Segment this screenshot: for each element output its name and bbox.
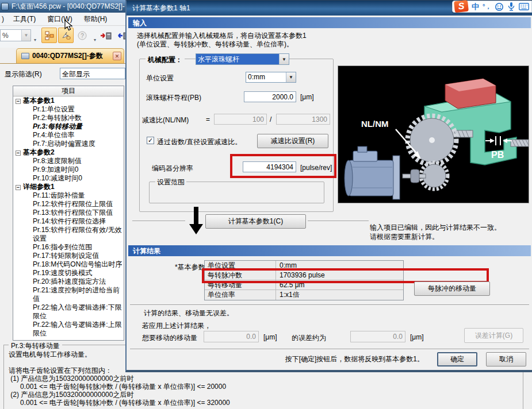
collapse-icon[interactable]: − <box>16 99 21 104</box>
parameter-doc-icon <box>21 53 29 59</box>
machine-config-combo[interactable]: 水平滚珠螺杆 ▼ <box>196 53 289 65</box>
cancel-button[interactable]: 取消 <box>486 352 526 366</box>
svg-text:PB: PB <box>491 150 504 160</box>
edited-warning-line2: 请根据需要重新计算。 <box>370 232 439 242</box>
tree-item-row[interactable]: Pr.20:插补速度指定方法 <box>13 277 124 286</box>
setting-range-legend: 设置范围 <box>155 178 186 187</box>
tree-item-row[interactable]: Pr.7:启动时偏置速度 <box>13 140 124 148</box>
ratio-setting-button[interactable]: 减速比设置(R) <box>257 134 328 148</box>
parameter-tree: −基本参数1Pr.1:单位设置Pr.2:每转脉冲数Pr.3:每转移动量Pr.4:… <box>13 97 124 338</box>
ime-mode-chinese[interactable]: 中 <box>472 2 479 12</box>
chevron-down-icon[interactable]: ▼ <box>286 72 296 82</box>
tree-item-label: Pr.3:每转移动量 <box>33 122 82 130</box>
collapse-icon[interactable]: − <box>16 185 21 190</box>
microphone-icon[interactable] <box>507 2 515 11</box>
tree-item-label: 基本参数1 <box>23 97 55 105</box>
tree-item-label: Pr.22:输入信号逻辑选择:上限限位 <box>33 321 122 337</box>
tree-item-row[interactable]: Pr.18:M代码ON信号输出时序 <box>13 260 124 269</box>
ime-logo-icon[interactable]: S <box>454 0 469 13</box>
tree-item-label: Pr.16:指令到位范围 <box>33 243 92 251</box>
tree-item-label: Pr.9:加速时间0 <box>33 165 78 173</box>
ratio-equals: = <box>206 115 210 124</box>
machine-config-value: 水平滚珠螺杆 <box>196 54 279 64</box>
tree-item-label: Pr.11:齿隙补偿量 <box>33 191 85 199</box>
tree-item-row[interactable]: Pr.22:输入信号逻辑选择:下限限位 <box>13 303 124 321</box>
description-legend: Pr.3:每转移动量 <box>9 341 62 351</box>
move-amount-input <box>204 331 259 342</box>
tree-group-row[interactable]: −详细参数1 <box>13 183 124 191</box>
chevron-down-icon[interactable]: ▼ <box>279 54 289 64</box>
down-arrow-icon <box>189 206 204 236</box>
tree-item-label: Pr.14:软件行程限位选择 <box>33 217 106 225</box>
module-tree-icon-button[interactable] <box>41 28 57 43</box>
parameter-tree-table: 项目 −基本参数1Pr.1:单位设置Pr.2:每转脉冲数Pr.3:每转移动量Pr… <box>13 86 124 341</box>
result-name: 单位倍率 <box>205 290 276 300</box>
tree-item-row[interactable]: Pr.4:单位倍率 <box>13 131 124 140</box>
filter-combo[interactable]: 全部显示 <box>60 68 125 79</box>
description-line: 0.001 <= 电子齿轮[每转脉冲数 / (每转移动量 x 单位倍率)] <=… <box>9 399 518 407</box>
ime-punctuation-icon[interactable]: °， <box>483 2 491 11</box>
tree-item-row[interactable]: Pr.13:软件行程限位下限值 <box>13 209 124 217</box>
move-amount-unit: [μm] <box>263 333 277 341</box>
tree-item-row[interactable]: Pr.19:速度切换模式 <box>13 269 124 277</box>
lead-input[interactable] <box>244 91 296 102</box>
tree-group-row[interactable]: −基本参数1 <box>13 97 124 105</box>
error-approx-label: 的误差约为 <box>292 333 326 343</box>
tree-item-row[interactable]: Pr.21:速度控制时的进给当前值 <box>13 286 124 303</box>
tree-item-row[interactable]: Pr.17:转矩限制设定值 <box>13 252 124 260</box>
unit-setting-label: 单位设置 <box>146 74 174 83</box>
tree-group-row[interactable]: −基本参数2 <box>13 148 124 157</box>
ok-button[interactable]: 确定 <box>437 352 477 366</box>
tree-item-row[interactable]: Pr.3:每转移动量 <box>13 122 124 131</box>
tree-item-row[interactable]: Pr.15:软件行程限位有效/无效设置 <box>13 226 124 243</box>
unit-setting-value: 0:mm <box>246 72 286 82</box>
description-line: (1) 产品信息为150320000000000之前时 <box>9 375 518 383</box>
tree-item-row[interactable]: Pr.11:齿隙补偿量 <box>13 191 124 200</box>
tree-item-row[interactable]: Pr.10:减速时间0 <box>13 174 124 183</box>
per-pulse-movement-button[interactable]: 每脉冲的移动量 <box>414 281 490 296</box>
gear-ratio-checkbox[interactable]: ✓ <box>147 137 154 144</box>
calculate-basic-params-button[interactable]: 计算基本参数1(C) <box>205 214 306 229</box>
zoom-combo-value: % <box>1 32 21 40</box>
tree-item-label: Pr.12:软件行程限位上限值 <box>33 200 113 208</box>
apply-result-text: 若应用上述计算结果， <box>142 321 211 331</box>
tree-item-label: Pr.10:减速时间0 <box>33 174 82 182</box>
zoom-combo[interactable]: % ▼ <box>0 29 31 41</box>
tree-item-row[interactable]: Pr.1:单位设置 <box>13 105 124 114</box>
svg-text:NL/NM: NL/NM <box>361 119 389 129</box>
tree-item-row[interactable]: Pr.8:速度限制值 <box>13 157 124 165</box>
divider-line-left <box>132 221 185 222</box>
filter-label: 显示筛选(R) <box>5 70 42 79</box>
tree-item-row[interactable]: Pr.22:输入信号逻辑选择:上限限位 <box>13 321 124 338</box>
chevron-down-icon[interactable]: ▼ <box>21 30 30 41</box>
collapse-icon[interactable]: − <box>16 151 21 156</box>
tree-item-label: Pr.8:速度限制值 <box>33 157 82 165</box>
emoji-icon[interactable] <box>495 2 504 11</box>
tree-item-row[interactable]: Pr.14:软件行程限位选择 <box>13 217 124 226</box>
menu-tools[interactable]: 工具(T) <box>7 13 41 26</box>
tree-item-row[interactable]: Pr.16:指令到位范围 <box>13 243 124 252</box>
write-to-module-icon-button[interactable] <box>98 28 113 43</box>
tree-item-row[interactable]: Pr.9:加速时间0 <box>13 165 124 174</box>
document-tab-label: 0040:QD77MS2[]-参数 <box>32 51 110 61</box>
tree-item-label: 基本参数2 <box>23 148 55 156</box>
ime-toolbar: S 中 °， <box>452 1 532 13</box>
toolbar-overflow-icon[interactable]: ▾ <box>94 37 96 43</box>
toolbar-overflow-icon[interactable]: ▾ <box>34 37 36 43</box>
keyboard-icon[interactable] <box>519 3 529 10</box>
close-icon[interactable]: ✕ <box>113 52 121 60</box>
parameter-panel: 显示筛选(R) 全部显示 项目 −基本参数1Pr.1:单位设置Pr.2:每转脉冲… <box>0 63 125 341</box>
ratio-label: 减速比(NL/NM) <box>142 115 189 125</box>
document-tab[interactable]: 0040:QD77MS2[]-参数 ✕ <box>16 48 124 63</box>
tree-item-label: Pr.2:每转脉冲数 <box>33 114 82 122</box>
error-amount-unit: [μm] <box>410 333 424 341</box>
machine-illustration: NL/NM PB <box>338 65 529 203</box>
tree-item-row[interactable]: Pr.2:每转脉冲数 <box>13 114 124 122</box>
menu-help[interactable]: 帮助(H) <box>78 13 113 26</box>
result-value: 1:x1倍 <box>276 290 403 300</box>
unit-setting-combo[interactable]: 0:mm ▼ <box>246 72 296 83</box>
tree-item-row[interactable]: Pr.12:软件行程限位上限值 <box>13 200 124 209</box>
help-icon-button[interactable]: ? <box>74 28 90 43</box>
result-section-header: 计算结果 <box>128 245 531 256</box>
pointer-hand-icon <box>61 30 71 41</box>
